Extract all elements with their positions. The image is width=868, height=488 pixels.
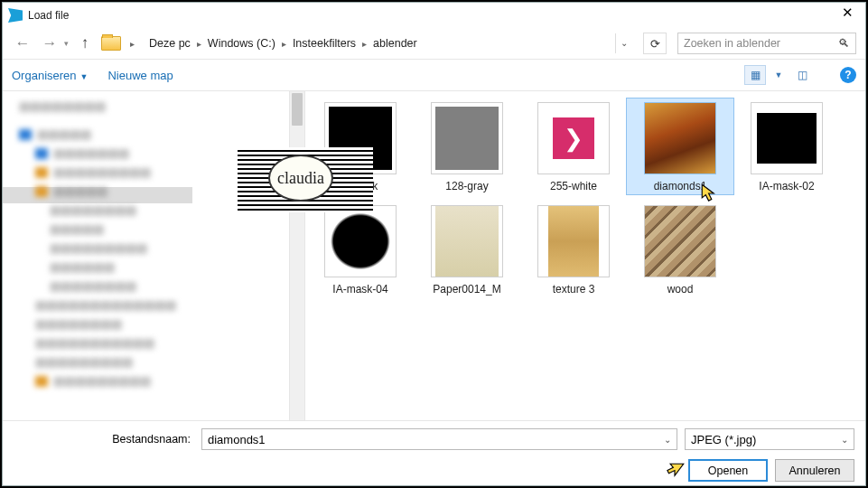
bird-icon: ❯ — [553, 117, 594, 159]
file-label: IA-mask-02 — [759, 180, 814, 192]
new-folder-button[interactable]: Nieuwe map — [107, 69, 173, 82]
open-button[interactable]: Openen — [688, 459, 768, 482]
file-item-texture3[interactable]: texture 3 — [520, 202, 627, 297]
file-dialog: Load file ✕ ← → ▾ ↑ ▸ Deze pc ▸ Windows … — [2, 2, 866, 486]
path-dropdown[interactable]: ⌄ — [615, 33, 631, 53]
filename-label: Bestandsnaam: — [14, 433, 194, 446]
filetype-select[interactable]: JPEG (*.jpg) ⌄ — [685, 428, 854, 450]
crumb-folder[interactable]: Insteekfilters — [290, 37, 359, 50]
chevron-down-icon[interactable]: ⌄ — [841, 435, 848, 445]
thumbnails-view-button[interactable]: ▦ — [744, 65, 766, 85]
file-label: Paper0014_M — [433, 283, 500, 296]
file-item-ia-mask-02[interactable]: IA-mask-02 — [733, 99, 840, 194]
history-dropdown[interactable]: ▾ — [64, 39, 69, 48]
file-item-128-gray[interactable]: 128-gray — [414, 99, 520, 194]
file-label: 255-white — [550, 180, 597, 192]
chevron-right-icon: ▸ — [193, 39, 205, 49]
chevron-right-icon: ▸ — [278, 39, 290, 49]
window-title: Load file — [28, 9, 829, 22]
file-item-wood[interactable]: wood — [627, 202, 733, 297]
crumb-drive[interactable]: Windows (C:) — [205, 37, 278, 50]
toolbar: Organiseren▼ Nieuwe map ▦ ▼ ◫ ? — [3, 59, 865, 91]
folder-icon — [101, 36, 121, 51]
sidebar-scrollbar[interactable] — [289, 91, 304, 420]
file-item-paper0014[interactable]: Paper0014_M — [414, 202, 520, 297]
file-item-ia-mask-04[interactable]: IA-mask-04 — [307, 202, 414, 297]
forward-button[interactable]: → — [39, 33, 61, 54]
file-label: texture 3 — [553, 283, 595, 296]
back-button[interactable]: ← — [12, 33, 33, 54]
file-label: wood — [667, 283, 694, 296]
breadcrumb[interactable]: Deze pc ▸ Windows (C:) ▸ Insteekfilters … — [145, 33, 636, 54]
organize-menu[interactable]: Organiseren▼ — [12, 69, 88, 82]
titlebar: Load file ✕ — [3, 3, 865, 28]
search-icon: 🔍︎ — [838, 37, 850, 50]
search-input[interactable]: Zoeken in ablender 🔍︎ — [677, 33, 856, 54]
app-icon — [8, 8, 23, 23]
scrollbar-thumb[interactable] — [292, 93, 303, 126]
chevron-right-icon: ▸ — [359, 39, 370, 49]
search-placeholder: Zoeken in ablender — [684, 37, 780, 50]
file-item-255-white[interactable]: ❯ 255-white — [520, 99, 627, 194]
help-icon[interactable]: ? — [840, 67, 856, 83]
pointer-cursor-icon — [661, 461, 688, 484]
nav-row: ← → ▾ ↑ ▸ Deze pc ▸ Windows (C:) ▸ Inste… — [3, 28, 865, 59]
preview-pane-button[interactable]: ◫ — [791, 65, 813, 85]
chevron-down-icon[interactable]: ⌄ — [664, 435, 671, 445]
cancel-button[interactable]: Annuleren — [775, 459, 854, 482]
crumb-root[interactable]: Deze pc — [146, 37, 193, 50]
sidebar-tree[interactable]: ▧▧▧▧▧▧▧▧ ▧▧▧▧▧ ▧▧▧▧▧▧▧ ▧▧▧▧▧▧▧▧▧ ▧▧▧▧▧ ▧… — [3, 91, 305, 420]
file-label: IA-mask-04 — [332, 283, 387, 296]
up-button[interactable]: ↑ — [74, 33, 96, 54]
crumb-folder[interactable]: ablender — [370, 37, 420, 50]
view-dropdown[interactable]: ▼ — [768, 65, 789, 85]
close-button[interactable]: ✕ — [829, 0, 865, 25]
filename-input[interactable]: diamonds1 ⌄ — [201, 428, 677, 450]
refresh-button[interactable]: ⟳ — [643, 33, 667, 54]
file-label: 128-gray — [445, 180, 488, 192]
footer: Bestandsnaam: diamonds1 ⌄ JPEG (*.jpg) ⌄… — [3, 420, 865, 488]
chevron-right-icon: ▸ — [130, 39, 135, 49]
watermark-overlay: claudia — [238, 147, 373, 212]
file-grid[interactable]: claudia 0-black 128-gray ❯ 255-white dia… — [305, 91, 865, 420]
pointer-cursor-icon — [697, 182, 724, 205]
view-toggle: ▦ ▼ ◫ — [744, 65, 813, 85]
file-item-diamonds1[interactable]: diamonds1 — [627, 99, 733, 194]
